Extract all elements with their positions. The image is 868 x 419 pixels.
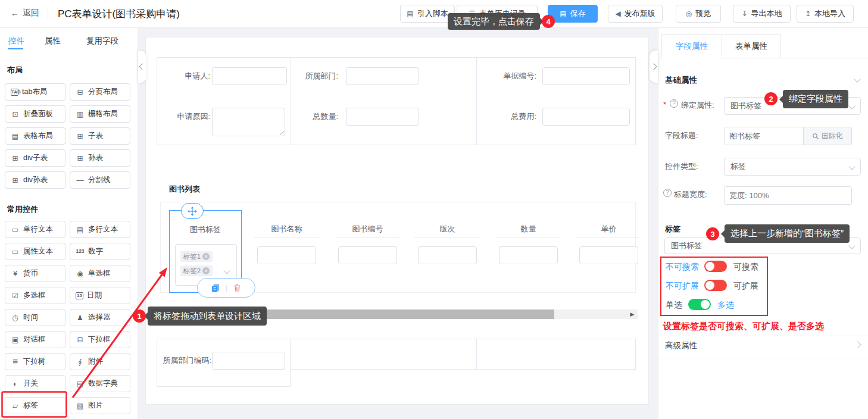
- sidebar-item-dialog[interactable]: ▣对话框: [5, 331, 65, 348]
- tag-chip: 标签2 ×: [180, 265, 213, 276]
- preview-button[interactable]: ◎ 预览: [676, 5, 721, 23]
- total-quantity-input[interactable]: [346, 108, 419, 126]
- sidebar-item-date[interactable]: 15日期: [70, 287, 130, 304]
- import-local-button[interactable]: ↥ 本地导入: [797, 5, 854, 23]
- sidebar-item-tag[interactable]: ▱标签: [5, 397, 65, 414]
- control-type-select[interactable]: 标签: [724, 158, 861, 176]
- collapse-panel-icon: ⊡: [11, 111, 20, 118]
- import-script-button[interactable]: ▤ 引入脚本: [400, 5, 455, 23]
- subtable-title: 图书列表: [169, 184, 200, 195]
- tooltip-drag-tag: 将标签拖动到表单设计区域: [148, 307, 267, 326]
- column-underline: [254, 237, 319, 237]
- edition-cell-input[interactable]: [418, 246, 477, 264]
- form-section-box[interactable]: [476, 339, 636, 370]
- sidebar-item-tab-layout[interactable]: TABtab布局: [5, 83, 65, 101]
- back-label: 返回: [23, 8, 39, 18]
- tab-reusable-fields[interactable]: 复用字段: [86, 36, 118, 46]
- sidebar-item-div-grandchild-table[interactable]: ⊞div孙表: [5, 171, 65, 189]
- chevron-down-icon[interactable]: [854, 76, 860, 82]
- title-width-input[interactable]: [724, 186, 852, 205]
- doc-number-input[interactable]: [542, 67, 630, 85]
- form-section-box[interactable]: [290, 339, 477, 370]
- sidebar-item-multi-line-text[interactable]: ▤多行文本: [70, 221, 130, 238]
- sidebar-item-dropdown[interactable]: ⊟下拉框: [70, 331, 130, 348]
- tab-form-properties[interactable]: 表单属性: [722, 34, 781, 58]
- help-icon[interactable]: ?: [663, 189, 672, 197]
- sidebar-item-time[interactable]: ◷时间: [5, 309, 65, 326]
- column-header-book-number: 图书编号: [328, 224, 407, 234]
- item-label: 单选框: [88, 268, 111, 279]
- copy-icon[interactable]: [211, 283, 220, 293]
- group-title-layout: 布局: [7, 65, 23, 76]
- item-label: 开关: [23, 379, 38, 389]
- tab-properties[interactable]: 属性: [45, 36, 61, 46]
- save-button[interactable]: ▤ 保存: [548, 5, 598, 23]
- scrollbar-right-arrow-icon[interactable]: ▶: [628, 309, 636, 319]
- sidebar-item-attribute-text[interactable]: ▭属性文本: [5, 243, 65, 260]
- tab-controls[interactable]: 控件: [8, 36, 24, 46]
- sidebar-item-collapse-panel[interactable]: ⊡折叠面板: [5, 105, 65, 123]
- sidebar-item-radio[interactable]: ◉单选框: [70, 265, 130, 282]
- book-number-cell-input[interactable]: [338, 246, 397, 264]
- table-layout-icon: ▤: [11, 133, 20, 140]
- apply-reason-textarea[interactable]: [212, 108, 285, 136]
- sidebar-item-switch[interactable]: ◐开关: [5, 375, 65, 392]
- field-label-total-cost: 总费用:: [483, 108, 536, 126]
- back-button[interactable]: ← 返回: [11, 8, 39, 18]
- sidebar-item-grid-layout[interactable]: ▥栅格布局: [70, 105, 130, 123]
- section-advanced-properties[interactable]: 高级属性: [665, 340, 697, 351]
- publish-button[interactable]: ◀ 发布新版: [608, 5, 663, 23]
- unit-price-cell-input[interactable]: [579, 246, 638, 264]
- help-icon[interactable]: ?: [670, 99, 678, 108]
- sidebar-item-single-line-text[interactable]: ▭单行文本: [5, 221, 65, 238]
- drag-move-handle[interactable]: [181, 203, 204, 219]
- sidebar-item-dropdown-tree[interactable]: ≣下拉树: [5, 353, 65, 370]
- tag-remove-icon[interactable]: ×: [202, 267, 210, 274]
- department-input[interactable]: [346, 67, 419, 85]
- sidebar-item-page-layout[interactable]: ⊟分页布局: [70, 83, 130, 101]
- sidebar-item-grandchild-table[interactable]: ⊞孙表: [70, 149, 130, 167]
- item-label: 折叠面板: [23, 109, 53, 119]
- tab-field-properties[interactable]: 字段属性: [661, 34, 722, 58]
- bind-property-value: 图书标签: [730, 101, 761, 111]
- i18n-button[interactable]: 国际化: [804, 127, 852, 145]
- item-label: 表格布局: [23, 131, 53, 141]
- tag-remove-icon[interactable]: ×: [202, 253, 210, 260]
- quantity-cell-input[interactable]: [499, 246, 558, 264]
- move-icon: [188, 207, 197, 216]
- sidebar-item-checkbox[interactable]: ☑多选框: [5, 287, 65, 304]
- sidebar-item-attachment[interactable]: ∮附件: [70, 353, 130, 370]
- item-label: 选择器: [88, 312, 111, 323]
- applicant-input[interactable]: [212, 67, 287, 85]
- field-label-applicant: 申请人:: [158, 67, 210, 85]
- field-title-input[interactable]: [724, 127, 804, 145]
- total-cost-input[interactable]: [542, 108, 630, 126]
- delete-icon[interactable]: [233, 283, 242, 292]
- export-local-button[interactable]: ↧ 导出本地: [733, 5, 791, 23]
- item-label: 附件: [88, 357, 103, 367]
- chevron-down-icon: [848, 102, 855, 109]
- tag-source-value: 图书标签: [671, 240, 702, 251]
- item-label: 属性文本: [23, 246, 53, 257]
- tooltip-select-tag: 选择上一步新增的“图书标签”: [725, 224, 850, 243]
- sidebar-item-divider-line[interactable]: —分割线: [70, 171, 130, 189]
- book-name-cell-input[interactable]: [257, 246, 316, 264]
- sidebar-item-image[interactable]: ▧图片: [70, 397, 130, 414]
- sidebar-item-table-layout[interactable]: ▤表格布局: [5, 127, 65, 145]
- form-canvas[interactable]: 申请人: 申请原因: 所属部门: 总数量: 单据编号: 总费用: 图书列表 图书…: [145, 37, 649, 405]
- radio-icon: ◉: [76, 270, 85, 277]
- sidebar-item-number[interactable]: 123数字: [70, 243, 130, 260]
- sidebar-item-subtable[interactable]: ⊞子表: [70, 127, 130, 145]
- section-divider: [658, 358, 868, 358]
- sidebar-item-selector[interactable]: ♟选择器: [70, 309, 130, 326]
- selector-person-icon: ♟: [76, 314, 85, 321]
- field-label-total-quantity: 总数量:: [291, 108, 338, 126]
- collapse-left-panel-handle[interactable]: [138, 51, 146, 83]
- column-underline: [414, 237, 480, 237]
- sidebar-item-div-subtable[interactable]: ⊞div子表: [5, 149, 65, 167]
- department-code-input[interactable]: [212, 352, 285, 370]
- sidebar-item-currency[interactable]: ¥货币: [5, 265, 65, 282]
- tooltip-arrow-icon: [779, 96, 783, 103]
- sidebar-item-data-dictionary[interactable]: ▤数据字典: [70, 375, 130, 392]
- collapse-right-panel-handle[interactable]: [650, 51, 658, 83]
